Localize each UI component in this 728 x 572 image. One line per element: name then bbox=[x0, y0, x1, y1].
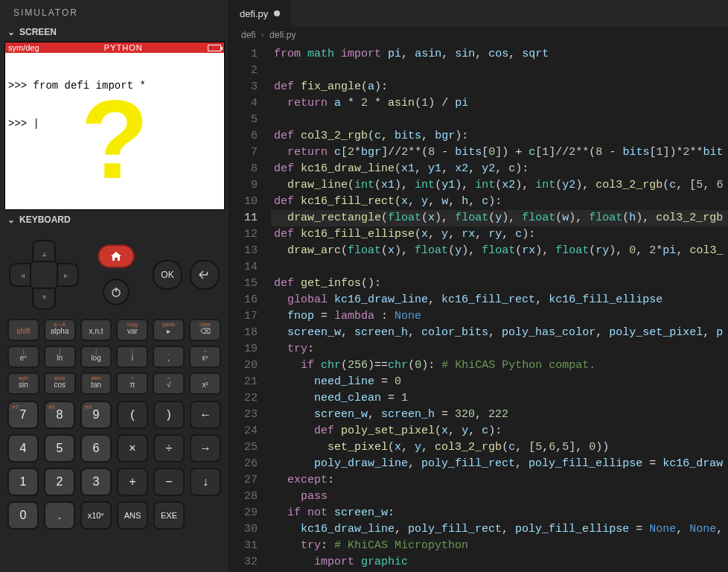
code-line[interactable]: set_pixel(x, y, col3_2_rgb(c, [5,6,5], 0… bbox=[271, 439, 728, 456]
func-key-[interactable]: =π bbox=[116, 372, 148, 395]
line-gutter: 1234567891011121314151617181920212223242… bbox=[229, 43, 271, 572]
num-key-6[interactable]: 6 bbox=[80, 434, 112, 463]
num-key-_[interactable]: ↓ bbox=[190, 468, 221, 496]
keyboard-section-header[interactable]: ⌄ KEYBOARD bbox=[0, 210, 229, 229]
screen-section-label: SCREEN bbox=[19, 27, 57, 37]
code-line[interactable]: pass bbox=[271, 489, 728, 505]
num-key-0[interactable]: 0 bbox=[7, 501, 39, 530]
num-key-_[interactable]: ( bbox=[117, 401, 148, 429]
code-line[interactable]: draw_arc(float(x), float(y), float(rx), … bbox=[271, 243, 728, 259]
code-line[interactable]: def poly_set_pixel(x, y, c): bbox=[271, 423, 728, 439]
code-line[interactable]: return a * 2 * asin(1) / pi bbox=[271, 95, 728, 112]
num-key-_[interactable]: × bbox=[117, 434, 148, 463]
line-number: 25 bbox=[229, 439, 258, 456]
code-line[interactable]: global kc16_draw_line, kc16_fill_rect, k… bbox=[271, 292, 728, 308]
dpad-center[interactable] bbox=[30, 261, 58, 289]
tab-label: defi.py bbox=[240, 8, 268, 19]
num-key-ANS[interactable]: ANS bbox=[117, 501, 148, 530]
line-number: 11 bbox=[229, 210, 258, 226]
code-content[interactable]: from math import pi, asin, sin, cos, sqr… bbox=[271, 43, 728, 572]
func-key-x[interactable]: >xʸ bbox=[189, 346, 221, 368]
code-line[interactable]: if chr(256)==chr(0): # KhiCAS Python com… bbox=[271, 358, 728, 374]
home-icon bbox=[110, 251, 122, 261]
code-line[interactable]: import graphic bbox=[271, 554, 728, 571]
num-key-EXE[interactable]: EXE bbox=[153, 501, 185, 530]
num-key-_[interactable]: ÷ bbox=[153, 434, 185, 463]
line-number: 21 bbox=[229, 374, 258, 390]
num-key-7[interactable]: #77 bbox=[7, 401, 39, 429]
code-line[interactable] bbox=[271, 63, 728, 79]
ok-button[interactable]: OK bbox=[153, 260, 182, 290]
num-key-_[interactable]: . bbox=[44, 501, 75, 530]
line-number: 9 bbox=[229, 177, 258, 194]
code-line[interactable]: except: bbox=[271, 472, 728, 489]
code-line[interactable]: def get_infos(): bbox=[271, 276, 728, 292]
num-key-_[interactable]: ← bbox=[190, 401, 221, 429]
func-key-tan[interactable]: atantan bbox=[80, 372, 112, 395]
func-key-alpha[interactable]: a↔Aalpha bbox=[44, 319, 76, 341]
code-line[interactable]: return c[2*bgr]//2**(8 - bits[0]) + c[1]… bbox=[271, 144, 728, 161]
code-line[interactable]: need_line = 0 bbox=[271, 374, 728, 390]
num-key-5[interactable]: 5 bbox=[44, 434, 75, 463]
code-line[interactable]: draw_line(int(x1), int(y1), int(x2), int… bbox=[271, 177, 728, 194]
func-key-[interactable]: clear⌫ bbox=[189, 319, 221, 341]
func-key-[interactable]: _ , bbox=[153, 346, 185, 368]
code-line[interactable]: try: bbox=[271, 341, 728, 358]
code-line[interactable] bbox=[271, 112, 728, 128]
code-line[interactable]: screen_w, screen_h, color_bits, poly_has… bbox=[271, 325, 728, 341]
num-key-3[interactable]: 3 bbox=[80, 468, 112, 496]
num-key-2[interactable]: 2 bbox=[44, 468, 75, 496]
code-line[interactable]: def kc16_fill_rect(x, y, w, h, c): bbox=[271, 194, 728, 210]
code-line[interactable]: def col3_2_rgb(c, bits, bgr): bbox=[271, 128, 728, 144]
line-number: 4 bbox=[229, 95, 258, 112]
code-line[interactable]: if not screen_w: bbox=[271, 505, 728, 521]
num-key-x10_[interactable]: x10ˣ bbox=[80, 501, 112, 530]
code-line[interactable]: screen_w, screen_h = 320, 222 bbox=[271, 407, 728, 423]
func-key-xnt[interactable]: x,n,t bbox=[80, 319, 112, 341]
func-key-ln[interactable]: ]ln bbox=[44, 346, 76, 368]
func-key-var[interactable]: copyvar bbox=[116, 319, 148, 341]
line-number: 7 bbox=[229, 144, 258, 161]
power-button[interactable] bbox=[103, 279, 130, 305]
back-button[interactable] bbox=[190, 260, 220, 290]
num-key-9[interactable]: #99 bbox=[80, 401, 112, 429]
func-key-i[interactable]: }i bbox=[116, 346, 148, 368]
line-number: 29 bbox=[229, 505, 258, 521]
code-line[interactable]: def kc16_draw_line(x1, y1, x2, y2, c): bbox=[271, 161, 728, 177]
func-key-[interactable]: <√ bbox=[153, 372, 185, 395]
func-key-log[interactable]: {log bbox=[80, 346, 112, 368]
tab-defi-py[interactable]: defi.py bbox=[229, 0, 291, 27]
num-key-4[interactable]: 4 bbox=[7, 434, 39, 463]
func-key-x[interactable]: -x² bbox=[189, 372, 221, 395]
code-line[interactable]: def fix_angle(a): bbox=[271, 79, 728, 95]
code-area[interactable]: 1234567891011121314151617181920212223242… bbox=[229, 43, 728, 572]
code-line[interactable] bbox=[271, 259, 728, 276]
code-line[interactable]: poly_draw_line, poly_fill_rect, poly_fil… bbox=[271, 456, 728, 472]
func-key-[interactable]: paste▸ bbox=[153, 319, 185, 341]
code-line[interactable]: def kc16_fill_ellipse(x, y, rx, ry, c): bbox=[271, 226, 728, 243]
code-line[interactable]: fnop = lambda : None bbox=[271, 308, 728, 325]
code-line[interactable]: draw_rectangle(float(x), float(y), float… bbox=[271, 210, 728, 226]
num-key-1[interactable]: 1 bbox=[7, 468, 39, 496]
line-number: 17 bbox=[229, 308, 258, 325]
keyboard-section-label: KEYBOARD bbox=[19, 214, 71, 225]
line-number: 1 bbox=[229, 46, 258, 63]
num-key-8[interactable]: #88 bbox=[44, 401, 75, 429]
num-key-_[interactable]: → bbox=[190, 434, 221, 463]
code-line[interactable]: try: # KhiCAS Micropython bbox=[271, 538, 728, 554]
code-line[interactable]: need_clean = 1 bbox=[271, 390, 728, 407]
screen-section-header[interactable]: ⌄ SCREEN bbox=[0, 22, 229, 42]
func-key-e[interactable]: [eˣ bbox=[7, 346, 39, 368]
code-line[interactable]: from math import pi, asin, sin, cos, sqr… bbox=[271, 46, 728, 63]
home-button[interactable] bbox=[98, 244, 135, 268]
num-key-_[interactable]: + bbox=[117, 468, 148, 496]
num-key-_[interactable]: ) bbox=[153, 401, 185, 429]
func-key-sin[interactable]: asinsin bbox=[7, 372, 39, 395]
func-key-shift[interactable]: shift bbox=[7, 319, 39, 341]
line-number: 23 bbox=[229, 407, 258, 423]
back-icon bbox=[199, 270, 211, 280]
breadcrumb[interactable]: defi › defi.py bbox=[229, 27, 728, 43]
func-key-cos[interactable]: acoscos bbox=[44, 372, 76, 395]
num-key-_[interactable]: − bbox=[153, 468, 185, 496]
code-line[interactable]: kc16_draw_line, poly_fill_rect, poly_fil… bbox=[271, 521, 728, 538]
